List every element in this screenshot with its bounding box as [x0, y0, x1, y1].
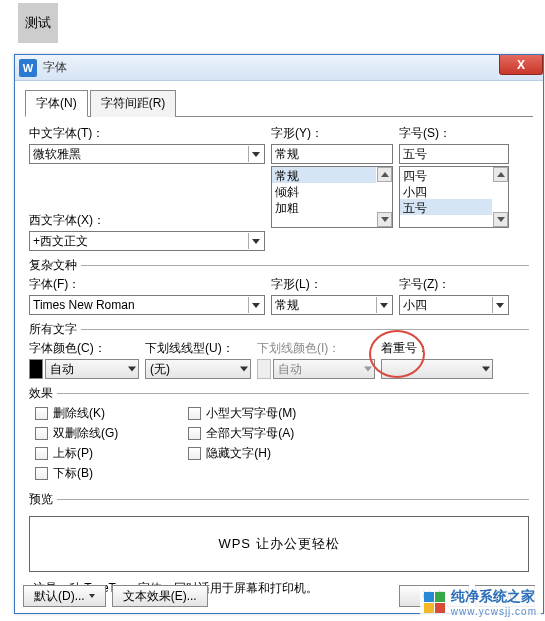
list-item[interactable]: 常规	[272, 167, 376, 183]
font-dialog: W 字体 X 字体(N) 字符间距(R) 中文字体(T)： 微软雅黑 字形(Y)…	[14, 54, 544, 614]
checkbox-label: 双删除线(G)	[53, 425, 118, 442]
dialog-body: 字体(N) 字符间距(R) 中文字体(T)： 微软雅黑 字形(Y)： 常规	[15, 81, 543, 599]
double-strike-checkbox[interactable]: 双删除线(G)	[35, 425, 118, 442]
dropdown-arrow-icon	[248, 146, 263, 162]
watermark-brand: 纯净系统之家	[451, 588, 537, 606]
dropdown-arrow-icon	[364, 367, 372, 372]
west-font-combo[interactable]: +西文正文	[29, 231, 265, 251]
checkbox-icon	[35, 407, 48, 420]
checkbox-icon	[35, 447, 48, 460]
dropdown-arrow-icon	[248, 233, 263, 249]
effects-section-label: 效果	[29, 385, 53, 402]
watermark-url: www.ycwsjj.com	[451, 606, 537, 617]
style-value: 常规	[275, 146, 299, 163]
underline-style-combo[interactable]: (无)	[145, 359, 251, 379]
font-color-swatch	[29, 359, 43, 379]
divider	[57, 499, 529, 500]
cn-font-value: 微软雅黑	[33, 146, 81, 163]
all-text-section-label: 所有文字	[29, 321, 77, 338]
complex-size-combo[interactable]: 小四	[399, 295, 509, 315]
underline-style-label: 下划线线型(U)：	[145, 340, 251, 357]
superscript-checkbox[interactable]: 上标(P)	[35, 445, 118, 462]
checkbox-icon	[188, 407, 201, 420]
dialog-title: 字体	[43, 59, 67, 76]
font-color-combo[interactable]: 自动	[45, 359, 139, 379]
dropdown-arrow-icon	[376, 297, 391, 313]
underline-color-value: 自动	[278, 361, 302, 378]
west-font-value: +西文正文	[33, 233, 88, 250]
titlebar: W 字体 X	[15, 55, 543, 81]
west-font-label: 西文字体(X)：	[29, 212, 265, 229]
scroll-up-icon[interactable]	[377, 167, 392, 182]
tab-char-spacing[interactable]: 字符间距(R)	[90, 90, 177, 117]
complex-font-value: Times New Roman	[33, 298, 135, 312]
dropdown-arrow-icon	[492, 297, 507, 313]
allcaps-checkbox[interactable]: 全部大写字母(A)	[188, 425, 296, 442]
strike-checkbox[interactable]: 删除线(K)	[35, 405, 118, 422]
tab-content: 中文字体(T)： 微软雅黑 字形(Y)： 常规 字号(S)： 五号	[25, 121, 533, 599]
complex-section-label: 复杂文种	[29, 257, 77, 274]
smallcaps-checkbox[interactable]: 小型大写字母(M)	[188, 405, 296, 422]
style-listbox[interactable]: 常规 倾斜 加粗	[271, 166, 393, 228]
complex-font-combo[interactable]: Times New Roman	[29, 295, 265, 315]
underline-style-value: (无)	[150, 361, 170, 378]
text-effects-button[interactable]: 文本效果(E)...	[112, 585, 208, 607]
size-listbox[interactable]: 四号 小四 五号	[399, 166, 509, 228]
subscript-checkbox[interactable]: 下标(B)	[35, 465, 118, 482]
emphasis-label: 着重号：	[381, 340, 493, 357]
complex-style-combo[interactable]: 常规	[271, 295, 393, 315]
underline-color-swatch	[257, 359, 271, 379]
dropdown-arrow-icon	[240, 367, 248, 372]
checkbox-icon	[35, 467, 48, 480]
list-item[interactable]: 加粗	[272, 199, 376, 215]
size-input[interactable]: 五号	[399, 144, 509, 164]
size-value: 五号	[403, 146, 427, 163]
divider	[81, 329, 529, 330]
tab-strip: 字体(N) 字符间距(R)	[25, 89, 533, 117]
document-text-sample: 测试	[18, 3, 58, 43]
checkbox-icon	[188, 427, 201, 440]
complex-style-label: 字形(L)：	[271, 276, 393, 293]
complex-font-label: 字体(F)：	[29, 276, 265, 293]
preview-text: WPS 让办公更轻松	[218, 535, 339, 553]
cn-font-combo[interactable]: 微软雅黑	[29, 144, 265, 164]
list-item[interactable]: 倾斜	[272, 183, 376, 199]
style-label: 字形(Y)：	[271, 125, 393, 142]
dropdown-arrow-icon	[128, 367, 136, 372]
font-color-value: 自动	[50, 361, 74, 378]
watermark: 纯净系统之家 www.ycwsjj.com	[420, 586, 541, 619]
checkbox-label: 隐藏文字(H)	[206, 445, 271, 462]
font-color-label: 字体颜色(C)：	[29, 340, 139, 357]
size-label: 字号(S)：	[399, 125, 509, 142]
cn-font-label: 中文字体(T)：	[29, 125, 265, 142]
scroll-up-icon[interactable]	[493, 167, 508, 182]
close-button[interactable]: X	[499, 55, 543, 75]
checkbox-label: 下标(B)	[53, 465, 93, 482]
checkbox-label: 全部大写字母(A)	[206, 425, 294, 442]
list-item[interactable]: 小四	[400, 183, 492, 199]
dropdown-arrow-icon	[248, 297, 263, 313]
emphasis-combo[interactable]	[381, 359, 493, 379]
complex-style-value: 常规	[275, 297, 299, 314]
checkbox-icon	[35, 427, 48, 440]
checkbox-label: 小型大写字母(M)	[206, 405, 296, 422]
checkbox-label: 删除线(K)	[53, 405, 105, 422]
underline-color-combo: 自动	[273, 359, 375, 379]
checkbox-label: 上标(P)	[53, 445, 93, 462]
scroll-down-icon[interactable]	[377, 212, 392, 227]
watermark-logo-icon	[424, 592, 445, 613]
app-icon: W	[19, 59, 37, 77]
dropdown-arrow-icon	[482, 367, 490, 372]
tab-font[interactable]: 字体(N)	[25, 90, 88, 117]
underline-color-label: 下划线颜色(I)：	[257, 340, 375, 357]
complex-size-value: 小四	[403, 297, 427, 314]
preview-section-label: 预览	[29, 491, 53, 508]
scroll-down-icon[interactable]	[493, 212, 508, 227]
style-input[interactable]: 常规	[271, 144, 393, 164]
list-item[interactable]: 五号	[400, 199, 492, 215]
default-button[interactable]: 默认(D)...	[23, 585, 106, 607]
preview-box: WPS 让办公更轻松	[29, 516, 529, 572]
divider	[81, 265, 529, 266]
list-item[interactable]: 四号	[400, 167, 492, 183]
hidden-checkbox[interactable]: 隐藏文字(H)	[188, 445, 296, 462]
